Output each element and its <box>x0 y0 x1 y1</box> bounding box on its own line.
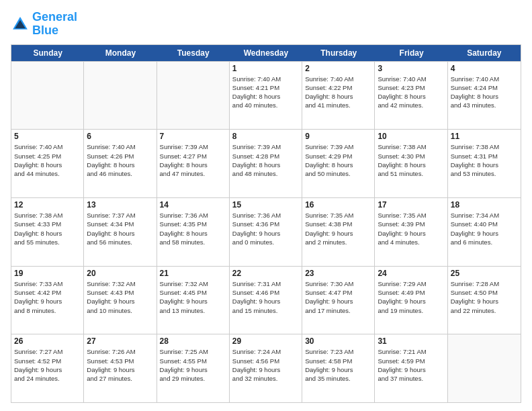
empty-cell <box>84 62 157 130</box>
day-number: 5 <box>14 132 81 141</box>
week-row-4: 19Sunrise: 7:33 AM Sunset: 4:42 PM Dayli… <box>11 266 521 334</box>
day-number: 11 <box>451 132 518 141</box>
day-cell-16: 16Sunrise: 7:35 AM Sunset: 4:38 PM Dayli… <box>302 198 375 266</box>
day-info: Sunrise: 7:39 AM Sunset: 4:27 PM Dayligh… <box>160 142 226 178</box>
day-info: Sunrise: 7:40 AM Sunset: 4:21 PM Dayligh… <box>232 75 299 110</box>
day-number: 20 <box>87 269 153 278</box>
day-number: 4 <box>451 64 518 73</box>
day-info: Sunrise: 7:32 AM Sunset: 4:45 PM Dayligh… <box>160 279 226 315</box>
day-info: Sunrise: 7:32 AM Sunset: 4:43 PM Dayligh… <box>87 279 153 315</box>
week-row-2: 5Sunrise: 7:40 AM Sunset: 4:25 PM Daylig… <box>11 129 521 197</box>
day-number: 12 <box>14 200 81 210</box>
day-number: 8 <box>232 132 299 141</box>
header-day-saturday: Saturday <box>448 45 521 61</box>
empty-cell <box>11 62 84 130</box>
day-number: 6 <box>87 132 153 141</box>
empty-cell <box>157 62 230 130</box>
day-number: 29 <box>232 336 299 346</box>
day-info: Sunrise: 7:40 AM Sunset: 4:24 PM Dayligh… <box>451 75 518 110</box>
day-info: Sunrise: 7:39 AM Sunset: 4:29 PM Dayligh… <box>305 142 371 178</box>
header-day-sunday: Sunday <box>11 45 84 61</box>
day-cell-23: 23Sunrise: 7:30 AM Sunset: 4:47 PM Dayli… <box>302 267 375 334</box>
day-cell-31: 31Sunrise: 7:21 AM Sunset: 4:59 PM Dayli… <box>375 334 447 402</box>
day-number: 10 <box>378 132 444 141</box>
day-cell-3: 3Sunrise: 7:40 AM Sunset: 4:23 PM Daylig… <box>375 62 447 130</box>
day-info: Sunrise: 7:21 AM Sunset: 4:59 PM Dayligh… <box>378 347 444 383</box>
header-day-friday: Friday <box>375 45 447 61</box>
day-number: 22 <box>232 269 299 278</box>
day-info: Sunrise: 7:37 AM Sunset: 4:34 PM Dayligh… <box>87 211 153 246</box>
week-row-3: 12Sunrise: 7:38 AM Sunset: 4:33 PM Dayli… <box>11 197 521 266</box>
day-info: Sunrise: 7:27 AM Sunset: 4:52 PM Dayligh… <box>14 347 81 383</box>
day-cell-10: 10Sunrise: 7:38 AM Sunset: 4:30 PM Dayli… <box>375 130 447 197</box>
day-info: Sunrise: 7:35 AM Sunset: 4:38 PM Dayligh… <box>305 211 371 246</box>
day-info: Sunrise: 7:30 AM Sunset: 4:47 PM Dayligh… <box>305 279 371 315</box>
day-cell-8: 8Sunrise: 7:39 AM Sunset: 4:28 PM Daylig… <box>230 130 302 197</box>
day-number: 9 <box>305 132 371 141</box>
header-day-wednesday: Wednesday <box>230 45 302 61</box>
day-number: 13 <box>87 200 153 210</box>
day-info: Sunrise: 7:38 AM Sunset: 4:30 PM Dayligh… <box>378 142 444 178</box>
day-info: Sunrise: 7:38 AM Sunset: 4:33 PM Dayligh… <box>14 211 81 246</box>
day-info: Sunrise: 7:28 AM Sunset: 4:50 PM Dayligh… <box>451 279 518 315</box>
day-number: 14 <box>160 200 226 210</box>
day-number: 26 <box>14 336 81 346</box>
day-number: 3 <box>378 64 444 73</box>
day-info: Sunrise: 7:40 AM Sunset: 4:26 PM Dayligh… <box>87 142 153 178</box>
calendar: SundayMondayTuesdayWednesdayThursdayFrid… <box>11 44 521 403</box>
day-info: Sunrise: 7:26 AM Sunset: 4:53 PM Dayligh… <box>87 347 153 383</box>
day-cell-18: 18Sunrise: 7:34 AM Sunset: 4:40 PM Dayli… <box>448 198 521 266</box>
day-cell-12: 12Sunrise: 7:38 AM Sunset: 4:33 PM Dayli… <box>11 198 84 266</box>
day-info: Sunrise: 7:33 AM Sunset: 4:42 PM Dayligh… <box>14 279 81 315</box>
week-row-5: 26Sunrise: 7:27 AM Sunset: 4:52 PM Dayli… <box>11 334 521 402</box>
day-cell-22: 22Sunrise: 7:31 AM Sunset: 4:46 PM Dayli… <box>230 267 302 334</box>
calendar-header-row: SundayMondayTuesdayWednesdayThursdayFrid… <box>11 45 521 61</box>
day-number: 15 <box>232 200 299 210</box>
day-number: 27 <box>87 336 153 346</box>
day-info: Sunrise: 7:31 AM Sunset: 4:46 PM Dayligh… <box>232 279 299 315</box>
day-info: Sunrise: 7:38 AM Sunset: 4:31 PM Dayligh… <box>451 142 518 178</box>
day-info: Sunrise: 7:25 AM Sunset: 4:55 PM Dayligh… <box>160 347 226 383</box>
day-cell-13: 13Sunrise: 7:37 AM Sunset: 4:34 PM Dayli… <box>84 198 157 266</box>
logo: General Blue <box>11 11 77 38</box>
header-day-tuesday: Tuesday <box>157 45 230 61</box>
day-info: Sunrise: 7:39 AM Sunset: 4:28 PM Dayligh… <box>232 142 299 178</box>
day-number: 31 <box>378 336 444 346</box>
day-number: 16 <box>305 200 371 210</box>
day-cell-6: 6Sunrise: 7:40 AM Sunset: 4:26 PM Daylig… <box>84 130 157 197</box>
day-number: 25 <box>451 269 518 278</box>
day-number: 17 <box>378 200 444 210</box>
day-info: Sunrise: 7:40 AM Sunset: 4:22 PM Dayligh… <box>305 75 371 110</box>
logo-icon <box>11 15 30 34</box>
day-cell-14: 14Sunrise: 7:36 AM Sunset: 4:35 PM Dayli… <box>157 198 230 266</box>
day-cell-25: 25Sunrise: 7:28 AM Sunset: 4:50 PM Dayli… <box>448 267 521 334</box>
day-info: Sunrise: 7:36 AM Sunset: 4:36 PM Dayligh… <box>232 211 299 246</box>
day-cell-19: 19Sunrise: 7:33 AM Sunset: 4:42 PM Dayli… <box>11 267 84 334</box>
day-number: 28 <box>160 336 226 346</box>
day-info: Sunrise: 7:36 AM Sunset: 4:35 PM Dayligh… <box>160 211 226 246</box>
day-cell-11: 11Sunrise: 7:38 AM Sunset: 4:31 PM Dayli… <box>448 130 521 197</box>
day-number: 23 <box>305 269 371 278</box>
day-cell-17: 17Sunrise: 7:35 AM Sunset: 4:39 PM Dayli… <box>375 198 447 266</box>
day-info: Sunrise: 7:29 AM Sunset: 4:49 PM Dayligh… <box>378 279 444 315</box>
day-cell-9: 9Sunrise: 7:39 AM Sunset: 4:29 PM Daylig… <box>302 130 375 197</box>
day-cell-24: 24Sunrise: 7:29 AM Sunset: 4:49 PM Dayli… <box>375 267 447 334</box>
day-info: Sunrise: 7:40 AM Sunset: 4:25 PM Dayligh… <box>14 142 81 178</box>
day-cell-30: 30Sunrise: 7:23 AM Sunset: 4:58 PM Dayli… <box>302 334 375 402</box>
day-info: Sunrise: 7:35 AM Sunset: 4:39 PM Dayligh… <box>378 211 444 246</box>
day-number: 30 <box>305 336 371 346</box>
day-cell-7: 7Sunrise: 7:39 AM Sunset: 4:27 PM Daylig… <box>157 130 230 197</box>
day-number: 21 <box>160 269 226 278</box>
day-cell-27: 27Sunrise: 7:26 AM Sunset: 4:53 PM Dayli… <box>84 334 157 402</box>
day-number: 2 <box>305 64 371 73</box>
header-day-monday: Monday <box>84 45 157 61</box>
day-info: Sunrise: 7:24 AM Sunset: 4:56 PM Dayligh… <box>232 347 299 383</box>
day-cell-2: 2Sunrise: 7:40 AM Sunset: 4:22 PM Daylig… <box>302 62 375 130</box>
calendar-body: 1Sunrise: 7:40 AM Sunset: 4:21 PM Daylig… <box>11 61 521 402</box>
empty-cell <box>448 334 521 402</box>
day-cell-28: 28Sunrise: 7:25 AM Sunset: 4:55 PM Dayli… <box>157 334 230 402</box>
header: General Blue <box>11 11 521 38</box>
header-day-thursday: Thursday <box>302 45 375 61</box>
day-cell-1: 1Sunrise: 7:40 AM Sunset: 4:21 PM Daylig… <box>230 62 302 130</box>
day-cell-29: 29Sunrise: 7:24 AM Sunset: 4:56 PM Dayli… <box>230 334 302 402</box>
